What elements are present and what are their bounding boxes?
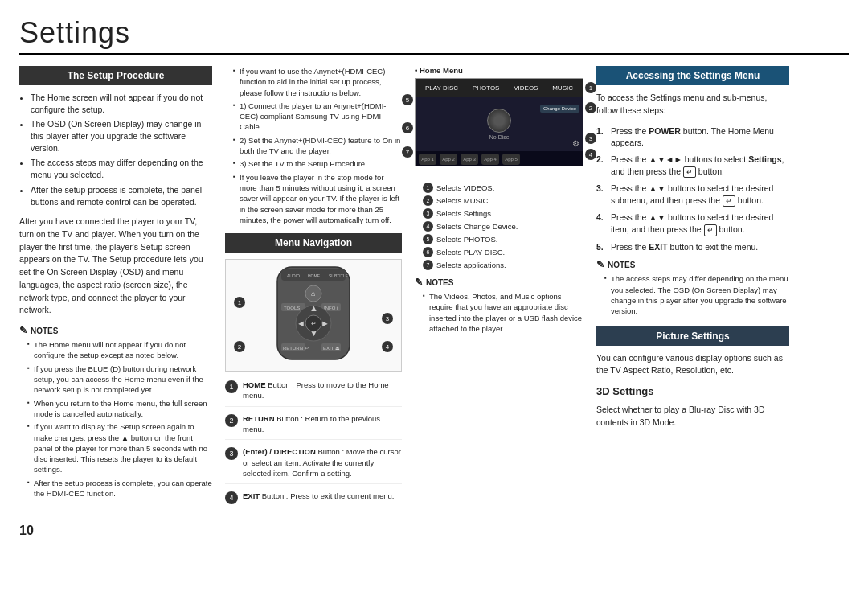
btn-desc-exit: 4 EXIT Button : Press to exit the curren…	[225, 491, 402, 509]
tv-content: No Disc Change Device ⚙	[416, 97, 583, 151]
btn-enter-text: (Enter) / DIRECTION Button : Move the cu…	[243, 446, 402, 478]
col2-note-4: 3) Set the TV to the Setup Procedure.	[233, 158, 402, 169]
btn-desc-enter: 3 (Enter) / DIRECTION Button : Move the …	[225, 446, 402, 484]
callout-6: 6	[402, 122, 413, 133]
tv-disc-label: No Disc	[487, 134, 511, 140]
setup-notes: ✎ NOTES The Home menu will not appear if…	[19, 325, 212, 499]
btn-num-3: 3	[225, 447, 238, 460]
page-title: Settings	[19, 16, 849, 55]
callout-r2: 2	[585, 102, 596, 113]
setup-notes-title: ✎ NOTES	[19, 325, 212, 336]
setup-notes-list: The Home menu will not appear if you do …	[19, 339, 212, 499]
callout-1: 1	[234, 297, 245, 308]
svg-text:↵: ↵	[311, 320, 317, 327]
tv-screenshot: PLAY DISC PHOTOS VIDEOS MUSIC No Disc Ch…	[415, 78, 583, 166]
col3-notes: ✎ NOTES The Videos, Photos, and Music op…	[415, 277, 583, 334]
3d-settings-body: Select whether to play a Blu-ray Disc wi…	[596, 404, 789, 429]
col2-note-1: If you want to use the Anynet+(HDMI-CEC)…	[233, 66, 402, 98]
tv-playdisk: PLAY DISC	[420, 83, 463, 93]
tv-app-2: App 2	[440, 154, 457, 165]
menu-item-2: 2 Selects MUSIC.	[423, 195, 583, 206]
accessing-body: To access the Settings menu and sub-menu…	[596, 92, 789, 117]
tv-app-3: App 3	[461, 154, 478, 165]
tv-settings-gear: ⚙	[572, 139, 579, 148]
menu-item-7: 7 Selects applications.	[423, 260, 583, 270]
setup-note-1: The Home menu will not appear if you do …	[27, 339, 212, 361]
col2-note-3: 2) Set the Anynet+(HDMI-CEC) feature to …	[233, 135, 402, 157]
svg-text:SUBTITLE: SUBTITLE	[329, 273, 349, 278]
tv-music: MUSIC	[547, 83, 578, 93]
setup-note-4: If you want to display the Setup screen …	[27, 421, 212, 474]
remote-diagram: AUDIO HOME SUBTITLE ⌂ TOOLS INFO i ▲ ▼	[225, 259, 402, 372]
svg-text:EXIT ⏏: EXIT ⏏	[323, 346, 340, 351]
accessing-step-4: 4. Press the ▲▼ buttons to select the de…	[596, 211, 789, 236]
svg-text:HOME: HOME	[308, 273, 321, 278]
callout-r1: 1	[585, 82, 596, 93]
menu-item-5: 5 Selects PHOTOS.	[423, 234, 583, 244]
tv-screenshot-container: 5 6 7 1 2 3 4 PLAY DISC PHOTOS VIDEOS MU…	[415, 78, 583, 166]
svg-text:◄: ◄	[297, 318, 305, 328]
tv-videos: VIDEOS	[509, 83, 542, 93]
setup-note-2: If you press the BLUE (D) button during …	[27, 363, 212, 396]
picture-settings-body: You can configure various display option…	[596, 352, 789, 378]
col3-notes-title: ✎ NOTES	[415, 277, 583, 288]
tv-app-1: App 1	[419, 154, 436, 165]
3d-settings-box: 3D Settings Select whether to play a Blu…	[596, 385, 789, 429]
callout-5: 5	[402, 94, 413, 105]
accessing-notes-title: ✎ NOTES	[596, 259, 789, 270]
menu-navigation-header: Menu Navigation	[225, 233, 402, 253]
accessing-note-1: The access steps may differ depending on…	[604, 273, 789, 316]
callout-2: 2	[234, 341, 245, 352]
col2-note-5: If you leave the player in the stop mode…	[233, 172, 402, 225]
tv-app-4: App 4	[481, 154, 499, 165]
accessing-step-3: 3. Press the ▲▼ buttons to select the de…	[596, 183, 789, 207]
svg-text:RETURN ↩: RETURN ↩	[283, 346, 309, 351]
picture-settings-header: Picture Settings	[596, 326, 789, 346]
svg-text:▲: ▲	[309, 303, 318, 313]
menu-items-list: 1 Selects VIDEOS. 2 Selects MUSIC. 3 Sel…	[423, 183, 583, 270]
btn-num-2: 2	[225, 414, 238, 427]
svg-text:►: ►	[321, 318, 330, 328]
setup-note-3: When you return to the Home menu, the fu…	[27, 398, 212, 420]
col2-upper-notes: If you want to use the Anynet+(HDMI-CEC)…	[225, 66, 402, 225]
svg-text:TOOLS: TOOLS	[284, 306, 300, 310]
tv-topbar: PLAY DISC PHOTOS VIDEOS MUSIC	[416, 79, 583, 97]
setup-bullet-2: The OSD (On Screen Display) may change i…	[31, 118, 212, 154]
btn-return-text: RETURN Button : Return to the previous m…	[243, 413, 402, 435]
accessing-settings-box: Accessing the Settings Menu To access th…	[596, 66, 789, 317]
tv-photos: PHOTOS	[468, 83, 505, 93]
menu-item-1: 1 Selects VIDEOS.	[423, 183, 583, 193]
btn-exit-text: EXIT Button : Press to exit the current …	[243, 491, 395, 501]
accessing-step-5: 5. Press the EXIT button to exit the men…	[596, 241, 789, 253]
column-1: The Setup Procedure The Home screen will…	[19, 66, 212, 515]
notes-icon: ✎	[19, 325, 27, 336]
setup-bullets: The Home screen will not appear if you d…	[19, 92, 212, 207]
column-4: Accessing the Settings Menu To access th…	[596, 66, 789, 515]
btn-desc-home: 1 HOME Button : Press to move to the Hom…	[225, 380, 402, 407]
col3-notes-list: The Videos, Photos, and Music options re…	[415, 291, 583, 334]
setup-bullet-3: The access steps may differ depending on…	[31, 157, 212, 180]
accessing-step-2: 2. Press the ▲▼◄► buttons to select Sett…	[596, 154, 789, 178]
accessing-notes-list: The access steps may differ depending on…	[596, 273, 789, 316]
col2-note-2: 1) Connect the player to an Anynet+(HDMI…	[233, 101, 402, 133]
menu-item-6: 6 Selects PLAY DISC.	[423, 247, 583, 257]
tv-app-5: App 5	[502, 154, 520, 165]
btn-home-text: HOME Button : Press to move to the Home …	[243, 380, 402, 401]
tv-change-device: Change Device	[540, 105, 579, 113]
svg-text:INFO i: INFO i	[324, 306, 338, 310]
column-3: • Home Menu 5 6 7 1 2 3 4 PLAY DISC PHOT…	[415, 66, 583, 515]
svg-text:⌂: ⌂	[311, 290, 315, 298]
callout-r4: 4	[585, 149, 596, 160]
callout-r3: 3	[585, 133, 596, 144]
setup-bullet-1: The Home screen will not appear if you d…	[31, 92, 212, 115]
3d-settings-title: 3D Settings	[596, 385, 789, 400]
button-descriptions: 1 HOME Button : Press to move to the Hom…	[225, 380, 402, 509]
page-number: 10	[19, 524, 849, 538]
tv-bottombar: App 1 App 2 App 3 App 4 App 5	[416, 151, 583, 166]
menu-item-3: 3 Selects Settings.	[423, 208, 583, 219]
btn-num-4: 4	[225, 491, 238, 504]
callout-4: 4	[382, 341, 393, 352]
accessing-notes: ✎ NOTES The access steps may differ depe…	[596, 259, 789, 316]
btn-num-1: 1	[225, 380, 238, 393]
accessing-steps: 1. Press the POWER button. The Home Menu…	[596, 125, 789, 253]
